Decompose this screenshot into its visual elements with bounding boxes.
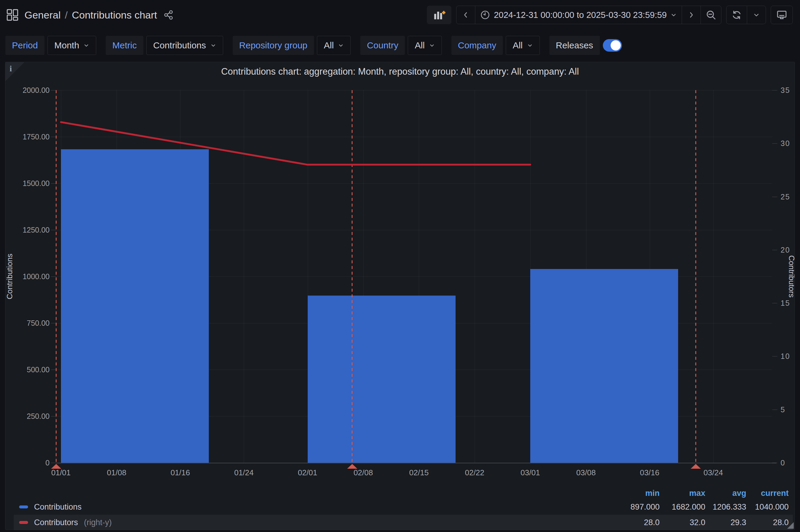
y-axis-tick [51, 277, 56, 277]
x-axis-label: 02/22 [465, 468, 484, 477]
legend-stat-min: 897.000 [615, 502, 659, 512]
y-axis-label-left: 250.00 [11, 412, 50, 421]
y-axis-label-left: 1500.00 [11, 179, 50, 188]
toggle-knob [611, 40, 621, 51]
y-axis-label-right: 25 [781, 192, 790, 201]
left-axis-title: Contributions [5, 253, 14, 299]
y-axis-label-right: 0 [781, 459, 785, 467]
legend-row-contributors: Contributors(right-y)28.032.029.328.0 [14, 515, 793, 530]
y-axis-label-left: 1000.00 [11, 272, 50, 281]
right-axis-title: Contributors [787, 255, 796, 298]
filter-value-metric[interactable]: Contributions [146, 36, 223, 55]
y-axis-label-left: 750.00 [11, 319, 50, 327]
kiosk-mode-button[interactable] [771, 6, 793, 24]
chevron-down-icon [83, 42, 89, 49]
filter-label-period[interactable]: Period [5, 36, 44, 55]
refresh-group [726, 6, 766, 24]
releases-label: Releases [550, 36, 600, 55]
time-range-text: 2024-12-31 00:00:00 to 2025-03-30 23:59:… [494, 10, 667, 20]
y-axis-tick [772, 197, 777, 197]
x-axis-label: 02/01 [298, 468, 317, 477]
release-marker-icon[interactable] [691, 464, 701, 469]
legend-sort-max[interactable]: max [659, 489, 705, 498]
refresh-button[interactable] [726, 6, 747, 24]
y-axis-label-left: 2000.00 [11, 86, 50, 95]
legend-stat-avg: 29.3 [705, 518, 746, 527]
chevron-down-icon [670, 12, 677, 18]
filter-value-repository-group[interactable]: All [317, 36, 351, 55]
clock-icon [480, 10, 490, 20]
filter-label-country[interactable]: Country [360, 36, 405, 55]
x-axis-label: 02/08 [353, 468, 373, 477]
filter-repository-group: Repository groupAll [233, 36, 351, 55]
add-panel-button[interactable] [427, 6, 451, 24]
y-axis-tick [51, 137, 56, 137]
y-axis-tick [772, 250, 777, 250]
legend-sort-avg[interactable]: avg [705, 489, 746, 498]
legend-sort-min[interactable]: min [615, 489, 659, 498]
dashboard-grid-icon[interactable] [6, 9, 19, 21]
chevron-down-icon [210, 42, 216, 49]
filter-value-period[interactable]: Month [48, 36, 96, 55]
y-axis-tick [772, 143, 777, 144]
y-axis-tick [772, 410, 777, 410]
legend-stat-avg: 1206.333 [705, 502, 746, 512]
refresh-interval-dropdown[interactable] [747, 6, 766, 24]
share-alt-icon[interactable] [163, 10, 174, 20]
y-axis-label-left: 0 [11, 459, 50, 467]
legend-stat-max: 32.0 [659, 518, 705, 527]
legend-stat-current: 28.0 [746, 518, 789, 527]
filter-label-repository-group[interactable]: Repository group [233, 36, 314, 55]
top-nav: General / Contributions chart [0, 0, 800, 30]
y-axis-label-left: 1250.00 [11, 226, 50, 234]
time-range-button[interactable]: 2024-12-31 00:00:00 to 2025-03-30 23:59:… [475, 6, 682, 24]
time-shift-forward-button[interactable] [682, 6, 701, 24]
y-axis-label-right: 30 [781, 139, 790, 148]
chevron-down-icon [338, 42, 344, 49]
x-axis-label: 03/24 [704, 468, 723, 477]
x-axis-line [56, 463, 776, 463]
legend-item-contributions[interactable]: Contributions [19, 502, 615, 512]
filter-value-company[interactable]: All [506, 36, 540, 55]
filter-company: CompanyAll [451, 36, 540, 55]
y-axis-label-right: 15 [781, 299, 790, 307]
legend-series-qualifier: (right-y) [84, 518, 112, 527]
x-axis-label: 01/16 [171, 468, 190, 477]
zoom-out-button[interactable] [701, 6, 722, 24]
breadcrumb-separator: / [65, 9, 68, 21]
grafana-dashboard: General / Contributions chart [0, 0, 800, 61]
legend-sort-current[interactable]: current [746, 489, 789, 498]
legend-stat-max: 1682.000 [659, 502, 705, 512]
time-shift-back-button[interactable] [456, 6, 475, 24]
legend-swatch-icon [19, 521, 28, 524]
breadcrumb: General / Contributions chart [24, 9, 157, 21]
filter-value-text: All [415, 40, 425, 51]
filter-label-company[interactable]: Company [451, 36, 503, 55]
x-axis-label: 03/16 [640, 468, 659, 477]
nav-left: General / Contributions chart [6, 9, 174, 21]
filter-value-country[interactable]: All [408, 36, 442, 55]
y-axis-tick [772, 90, 777, 91]
plot-area[interactable] [56, 90, 772, 463]
filter-value-text: All [513, 40, 522, 51]
x-axis-label: 03/01 [521, 468, 540, 477]
breadcrumb-root[interactable]: General [24, 9, 61, 21]
chart-area[interactable]: 2000.001750.001500.001250.001000.00750.0… [5, 62, 795, 530]
legend-series-name: Contributions [34, 502, 81, 512]
y-axis-label-right: 35 [781, 86, 790, 95]
legend-stat-min: 28.0 [615, 518, 659, 527]
legend-swatch-icon [19, 506, 28, 508]
y-axis-label-right: 20 [781, 245, 790, 254]
x-axis-label: 02/15 [409, 468, 429, 477]
y-axis-label-right: 10 [781, 352, 790, 361]
y-axis-tick [772, 463, 777, 463]
y-axis-tick [51, 323, 56, 323]
y-axis-tick [51, 463, 56, 463]
time-picker-group: 2024-12-31 00:00:00 to 2025-03-30 23:59:… [456, 6, 722, 24]
legend-header-row: minmaxavgcurrent [14, 487, 793, 499]
releases-toggle[interactable] [603, 39, 622, 52]
legend-item-contributors[interactable]: Contributors(right-y) [19, 518, 615, 527]
legend-stat-current: 1040.000 [746, 502, 789, 512]
filter-period: PeriodMonth [5, 36, 96, 55]
filter-label-metric[interactable]: Metric [106, 36, 143, 55]
